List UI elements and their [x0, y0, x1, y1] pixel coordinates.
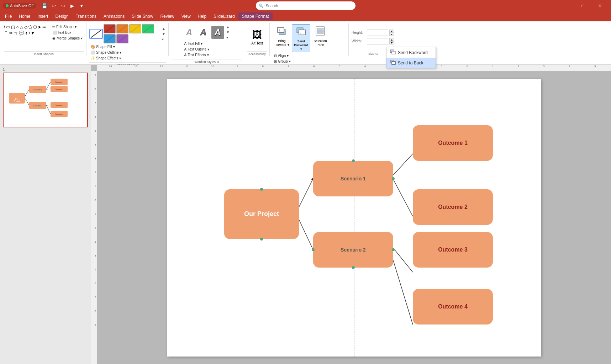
wordart-btn-1[interactable]: A	[183, 26, 196, 39]
edit-shape-button[interactable]: ✏ Edit Shape ▾	[51, 24, 84, 30]
customize-qa-button[interactable]: ▾	[78, 2, 85, 10]
undo-button[interactable]: ↩	[50, 2, 58, 10]
menu-animations[interactable]: Animations	[100, 12, 128, 20]
wordart-dialog-icon[interactable]: ⧉	[217, 60, 219, 64]
ribbon: \ ▭ ▢ ○ △ ◇ ⬠ ⬡ ➤ ⇒ ⌒ ✏ ☆ 💬	[0, 21, 611, 65]
our-project-shape[interactable]: Our Project	[224, 189, 299, 239]
shape-process-icon[interactable]: ⇒	[42, 24, 46, 30]
menu-file[interactable]: File	[1, 12, 15, 20]
slide-surface[interactable]: Our Project Scenario 1 Scenario 2	[167, 79, 541, 357]
shape-triangle-icon[interactable]: △	[20, 24, 23, 30]
shape-curve-icon[interactable]: ⌒	[4, 30, 9, 37]
wordart-btn-2[interactable]: A	[197, 26, 210, 39]
style-swatch-blue[interactable]	[104, 34, 116, 43]
width-spin-down[interactable]: ▼	[389, 41, 394, 44]
wordart-scroll-down[interactable]: ▼	[226, 30, 231, 35]
shape-banner-icon[interactable]: 🏷	[25, 30, 30, 37]
menu-review[interactable]: Review	[157, 12, 178, 20]
shape-roundrect-icon[interactable]: ▢	[11, 24, 15, 30]
size-dialog-icon[interactable]: ⧉	[375, 52, 378, 56]
style-swatch-orange[interactable]	[116, 24, 128, 33]
style-scroll-up[interactable]: ▲	[161, 26, 166, 31]
outcome-2-shape[interactable]: Outcome 2	[413, 189, 493, 225]
minimize-button[interactable]: ─	[558, 0, 574, 11]
shapes-more-icon[interactable]: ▼	[30, 30, 35, 37]
shape-circle-icon[interactable]: ○	[16, 24, 19, 30]
handle-bottom-center[interactable]	[260, 238, 263, 241]
menu-design[interactable]: Design	[52, 12, 72, 20]
scenario2-handle-right[interactable]	[392, 248, 395, 251]
redo-button[interactable]: ↪	[59, 2, 67, 10]
shape-fill-button[interactable]: 🎨 Shape Fill ▾	[89, 44, 123, 49]
close-button[interactable]: ✕	[592, 0, 608, 11]
scenario1-handle-right[interactable]	[392, 177, 395, 180]
outcome-4-shape[interactable]: Outcome 4	[413, 289, 493, 325]
text-effects-button[interactable]: A Text Effects ▾	[183, 52, 211, 58]
maximize-button[interactable]: □	[575, 0, 591, 11]
wordart-scroll-up[interactable]: ▲	[226, 24, 231, 30]
scenario-2-shape[interactable]: Scenario 2	[313, 232, 393, 268]
menu-slideshow[interactable]: Slide Show	[128, 12, 157, 20]
shape-arrow-icon[interactable]: ➤	[37, 24, 42, 30]
menu-slidelizard[interactable]: SlideLizard	[210, 12, 238, 20]
svg-text:Scenario 1: Scenario 1	[33, 89, 42, 91]
shape-diamond-icon[interactable]: ◇	[24, 24, 28, 30]
send-backward-button[interactable]: ↓ Send Backward ▾	[292, 24, 310, 52]
shape-rect-icon[interactable]: ▭	[6, 24, 10, 30]
shape-hexagon-icon[interactable]: ⬡	[33, 24, 37, 30]
menu-shape-format[interactable]: Shape Format	[238, 12, 273, 20]
height-spin-down[interactable]: ▼	[389, 33, 394, 36]
handle-top-center[interactable]	[260, 188, 263, 191]
text-box-button[interactable]: ⬜ Text Box	[51, 30, 84, 35]
style-scroll-more[interactable]: ▾	[161, 37, 166, 42]
style-swatch-red[interactable]	[104, 24, 116, 33]
send-backward-item[interactable]: Send Backward	[386, 47, 436, 58]
width-input[interactable]	[367, 38, 388, 44]
present-button[interactable]: ▶	[68, 2, 76, 10]
alt-text-button[interactable]: 🖼 Alt Text	[248, 27, 266, 47]
save-button[interactable]: 💾	[41, 2, 48, 10]
text-fill-button[interactable]: A Text Fill ▾	[183, 41, 211, 46]
align-button[interactable]: ⊟ Align ▾	[273, 53, 293, 58]
shape-freeform-icon[interactable]: ✏	[9, 30, 13, 37]
bring-forward-button[interactable]: ↑ Bring Forward ▾	[273, 24, 291, 48]
width-spin-up[interactable]: ▲	[389, 38, 394, 41]
wordart-scroll-more[interactable]: ▾	[226, 35, 231, 40]
shape-star-icon[interactable]: ☆	[14, 30, 18, 37]
style-scroll-down[interactable]: ▼	[161, 31, 166, 37]
menu-help[interactable]: Help	[194, 12, 210, 20]
menu-transitions[interactable]: Transitions	[72, 12, 100, 20]
menu-view[interactable]: View	[178, 12, 194, 20]
shape-line-icon[interactable]: \	[4, 24, 5, 30]
autosave-toggle[interactable]: AutoSave Off	[3, 3, 36, 9]
height-label: Height:	[352, 31, 366, 35]
selection-pane-button[interactable]: Selection Pane	[311, 24, 330, 48]
shape-outline-button[interactable]: ⬜ Shape Outline ▾	[89, 50, 123, 55]
group-button[interactable]: ⊞ Group ▾	[273, 59, 293, 64]
shape-effects-button[interactable]: ✨ Shape Effects ▾	[89, 56, 123, 61]
style-swatch-selected[interactable]	[89, 29, 103, 39]
outcome-1-shape[interactable]: Outcome 1	[413, 125, 493, 161]
send-backward-dropdown[interactable]: ▾	[300, 47, 302, 51]
style-swatch-yellow[interactable]	[129, 24, 141, 33]
height-spin-up[interactable]: ▲	[389, 30, 394, 33]
height-input[interactable]	[367, 30, 388, 36]
style-swatch-none[interactable]	[116, 34, 128, 43]
scenario2-handle-left[interactable]	[312, 248, 315, 251]
menu-insert[interactable]: Insert	[34, 12, 52, 20]
outcome-3-shape[interactable]: Outcome 3	[413, 232, 493, 268]
wordart-btn-3[interactable]: A	[211, 26, 224, 39]
scenario-1-shape[interactable]: Scenario 1	[313, 161, 393, 196]
shape-callout-icon[interactable]: 💬	[19, 30, 25, 37]
text-fill-icon: A	[184, 42, 187, 46]
bring-forward-dropdown[interactable]: ▾	[288, 43, 289, 47]
menu-home[interactable]: Home	[15, 12, 34, 20]
style-swatch-green[interactable]	[142, 24, 154, 33]
text-outline-button[interactable]: A Text Outline ▾	[183, 47, 211, 52]
merge-shapes-button[interactable]: ◉ Merge Shapes ▾	[51, 36, 84, 41]
svg-line-41	[46, 105, 51, 114]
arrange-group: ↑ Bring Forward ▾	[270, 23, 349, 56]
shape-pentagon-icon[interactable]: ⬠	[28, 24, 32, 30]
send-to-back-item[interactable]: Send to Back	[386, 58, 436, 68]
slide-thumbnail[interactable]: Our Project Scenario 1 Scenario 2 Outcom…	[3, 73, 88, 127]
